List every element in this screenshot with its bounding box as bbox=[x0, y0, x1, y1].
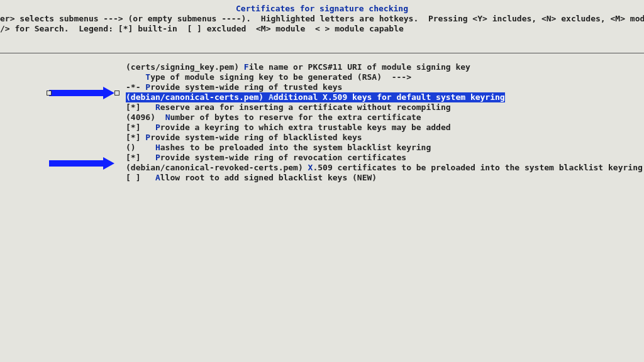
menu-item-prefix: (debian/canonical-certs.pem) bbox=[126, 92, 269, 102]
menu-item-prefix: [*] bbox=[126, 102, 155, 112]
menu-item[interactable]: [ ] Allow root to add signed blacklist k… bbox=[126, 173, 643, 183]
menu-item-label: rovide system-wide ring of blacklisted k… bbox=[150, 133, 362, 142]
menu-item[interactable]: (debian/canonical-revoked-certs.pem) X.5… bbox=[126, 163, 643, 173]
menu-item-prefix: (certs/signing_key.pem) bbox=[126, 62, 244, 72]
menu-item-label: ype of module signing key to be generate… bbox=[150, 72, 411, 82]
menu-item-hotkey: P bbox=[155, 153, 160, 162]
menu-item-label: ile name or PKCS#11 URI of module signin… bbox=[249, 62, 470, 72]
menu-item[interactable]: Type of module signing key to be generat… bbox=[126, 72, 643, 82]
menu-item-label: eserve area for inserting a certificate … bbox=[160, 102, 451, 112]
help-line-1: er> selects submenus ---> (or empty subm… bbox=[0, 14, 644, 23]
selection-handle-icon bbox=[114, 90, 119, 96]
page-title: Certificates for signature checking bbox=[0, 4, 644, 14]
menu-item[interactable]: () Hashes to be preloaded into the syste… bbox=[126, 143, 643, 153]
menu-item-prefix: [ ] bbox=[126, 173, 155, 182]
help-line-2: /> for Search. Legend: [*] built-in [ ] … bbox=[0, 24, 404, 33]
menu-item-label: ashes to be preloaded into the system bl… bbox=[160, 143, 431, 152]
menu-item-prefix: (debian/canonical-revoked-certs.pem) bbox=[126, 163, 308, 172]
menu-item[interactable]: (debian/canonical-certs.pem) Additional … bbox=[126, 92, 643, 102]
menu-item-hotkey: H bbox=[155, 143, 160, 152]
menu-item-hotkey: P bbox=[145, 133, 150, 142]
menu-item-prefix: () bbox=[126, 143, 155, 152]
menu-item-hotkey: P bbox=[155, 123, 160, 132]
menu-item-hotkey: F bbox=[244, 62, 249, 72]
menu-item-label: rovide system-wide ring of trusted keys bbox=[150, 82, 342, 92]
config-menu[interactable]: (certs/signing_key.pem) File name or PKC… bbox=[126, 62, 643, 183]
menu-item[interactable]: [*] Provide system-wide ring of revocati… bbox=[126, 153, 643, 163]
menu-item-hotkey: A bbox=[155, 173, 160, 182]
menu-item-hotkey: P bbox=[145, 82, 150, 92]
menu-item[interactable]: -*- Provide system-wide ring of trusted … bbox=[126, 82, 643, 92]
menu-item-hotkey: A bbox=[269, 92, 274, 102]
menu-item[interactable]: [*] Provide a keyring to which extra tru… bbox=[126, 123, 643, 133]
divider bbox=[0, 53, 644, 53]
menu-item-prefix bbox=[126, 72, 145, 82]
menu-item-label: .509 certificates to be preloaded into t… bbox=[313, 163, 642, 172]
menu-item-prefix: (4096) bbox=[126, 112, 165, 122]
menu-item-prefix: [*] bbox=[126, 133, 145, 142]
help-text: er> selects submenus ---> (or empty subm… bbox=[0, 14, 644, 34]
menu-item-prefix: [*] bbox=[126, 153, 155, 162]
selection-handle-icon bbox=[47, 90, 52, 96]
menu-item-hotkey: R bbox=[155, 102, 160, 112]
menu-item[interactable]: (4096) Number of bytes to reserve for th… bbox=[126, 112, 643, 123]
menu-item-label: llow root to add signed blacklist keys (… bbox=[160, 173, 377, 182]
menu-item[interactable]: (certs/signing_key.pem) File name or PKC… bbox=[126, 62, 643, 72]
menu-item-label: rovide system-wide ring of revocation ce… bbox=[160, 153, 406, 162]
menu-item-label: umber of bytes to reserve for the extra … bbox=[170, 112, 421, 122]
menu-item[interactable]: [*] Provide system-wide ring of blacklis… bbox=[126, 133, 643, 143]
menu-item-label: dditional X.509 keys for default system … bbox=[274, 92, 505, 102]
menu-item-prefix: -*- bbox=[126, 82, 145, 92]
menu-item-label: rovide a keyring to which extra trustabl… bbox=[160, 123, 451, 132]
menu-item[interactable]: [*] Reserve area for inserting a certifi… bbox=[126, 102, 643, 112]
menu-item-hotkey: T bbox=[145, 72, 150, 82]
menu-item-prefix: [*] bbox=[126, 123, 155, 132]
